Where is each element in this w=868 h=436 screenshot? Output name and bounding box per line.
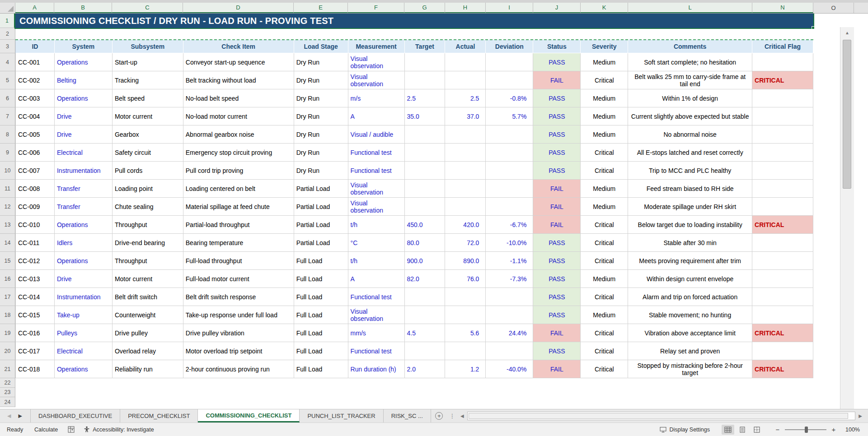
cell-target[interactable]: 900.0 (405, 252, 446, 270)
cell-critical_flag[interactable] (752, 288, 813, 306)
cell-system[interactable]: Instrumentation (55, 288, 113, 306)
cell-id[interactable]: CC-012 (16, 252, 55, 270)
zoom-level[interactable]: 100% (841, 427, 860, 433)
cell-comments[interactable]: Within design current envelope (628, 270, 752, 288)
cell-deviation[interactable] (486, 125, 533, 144)
cell-system[interactable]: Idlers (55, 234, 113, 252)
cell-load_stage[interactable]: Full Load (294, 252, 348, 270)
cell-system[interactable]: Operations (55, 89, 113, 107)
cell-check_item[interactable]: Loading centered on belt (183, 180, 294, 198)
cell-critical_flag[interactable]: CRITICAL (752, 216, 813, 234)
cell-severity[interactable]: Critical (581, 144, 628, 162)
column-letter-A[interactable]: A (15, 3, 54, 13)
row-number-11[interactable]: 11 (0, 180, 15, 198)
cell-deviation[interactable]: -0.8% (486, 89, 533, 107)
cell-deviation[interactable]: 24.4% (486, 324, 533, 342)
cell-critical_flag[interactable] (752, 234, 813, 252)
sheet-tab-commissioning-checklist[interactable]: COMMISSIONING_CHECKLIST (198, 409, 300, 422)
cell-id[interactable]: CC-008 (16, 180, 55, 198)
cell-comments[interactable]: Alarm and trip on forced actuation (628, 288, 752, 306)
cell-measurement[interactable]: Functional test (348, 144, 405, 162)
cell-subsystem[interactable]: Belt speed (113, 89, 183, 107)
cell-subsystem[interactable]: Start-up (113, 53, 183, 71)
cell-comments[interactable]: Stable after 30 min (628, 234, 752, 252)
cell-actual[interactable] (445, 71, 486, 89)
cell-system[interactable]: Drive (55, 270, 113, 288)
cell-measurement[interactable]: Visual observation (348, 306, 405, 324)
row-number-13[interactable]: 13 (0, 216, 15, 234)
cell-measurement[interactable]: m/s (348, 89, 405, 107)
cell-status[interactable]: PASS (533, 252, 581, 270)
cell-critical_flag[interactable] (752, 89, 813, 107)
cell-deviation[interactable] (486, 306, 533, 324)
cell-status[interactable]: PASS (533, 144, 581, 162)
cell-comments[interactable]: Feed stream biased to RH side (628, 180, 752, 198)
cell-actual[interactable]: 72.0 (445, 234, 486, 252)
cell-target[interactable] (405, 125, 446, 144)
cell-deviation[interactable] (486, 198, 533, 216)
row-number-9[interactable]: 9 (0, 144, 15, 162)
cell-measurement[interactable]: °C (348, 234, 405, 252)
cell-critical_flag[interactable] (752, 144, 813, 162)
cell-status[interactable]: FAIL (533, 198, 581, 216)
cell-comments[interactable]: Vibration above acceptance limit (628, 324, 752, 342)
cell-check_item[interactable]: Belt tracking without load (183, 71, 294, 89)
column-letter-F[interactable]: F (348, 3, 404, 13)
cell-measurement[interactable]: Visual observation (348, 180, 405, 198)
cell-id[interactable]: CC-001 (16, 53, 55, 71)
cell-deviation[interactable]: -40.0% (486, 360, 533, 378)
cell-actual[interactable] (445, 162, 486, 180)
row-number-18[interactable]: 18 (0, 306, 15, 324)
cell-actual[interactable] (445, 288, 486, 306)
cell-critical_flag[interactable] (752, 198, 813, 216)
cell-critical_flag[interactable]: CRITICAL (752, 71, 813, 89)
row-number-14[interactable]: 14 (0, 234, 15, 252)
cell-id[interactable]: CC-005 (16, 125, 55, 144)
calculation-sheet-icon[interactable] (68, 426, 75, 433)
cell-subsystem[interactable]: Belt drift switch (113, 288, 183, 306)
cell-system[interactable]: Drive (55, 107, 113, 125)
cell-comments[interactable]: Meets proving requirement after trim (628, 252, 752, 270)
row-number-3[interactable]: 3 (0, 40, 15, 53)
cell-actual[interactable] (445, 144, 486, 162)
cell-load_stage[interactable]: Full Load (294, 360, 348, 378)
zoom-slider[interactable] (785, 429, 826, 430)
cell-system[interactable]: Operations (55, 53, 113, 71)
cell-system[interactable]: Instrumentation (55, 162, 113, 180)
cell-comments[interactable]: Soft start complete; no hesitation (628, 53, 752, 71)
cell-measurement[interactable]: A (348, 107, 405, 125)
cell-target[interactable] (405, 306, 446, 324)
tab-overflow-icon[interactable]: ⋮ (447, 409, 457, 422)
cell-deviation[interactable] (486, 71, 533, 89)
cell-system[interactable]: Operations (55, 216, 113, 234)
add-sheet-button[interactable]: + (431, 409, 447, 422)
cell-severity[interactable]: Critical (581, 360, 628, 378)
sheet-tab-punch-list-tracker[interactable]: PUNCH_LIST_TRACKER (300, 409, 383, 422)
cell-check_item[interactable]: Motor overload trip setpoint (183, 342, 294, 360)
cell-status[interactable]: FAIL (533, 180, 581, 198)
cell-critical_flag[interactable] (752, 306, 813, 324)
vertical-scroll-thumb[interactable] (843, 40, 851, 189)
cell-severity[interactable]: Critical (581, 234, 628, 252)
row-number-19[interactable]: 19 (0, 324, 15, 342)
cell-critical_flag[interactable]: CRITICAL (752, 360, 813, 378)
cell-deviation[interactable]: -6.7% (486, 216, 533, 234)
cell-severity[interactable]: Medium (581, 270, 628, 288)
cell-subsystem[interactable]: Tracking (113, 71, 183, 89)
cell-id[interactable]: CC-017 (16, 342, 55, 360)
next-sheet-icon[interactable]: ▶ (18, 413, 22, 419)
sheet-tab-dashboard-executive[interactable]: DASHBOARD_EXECUTIVE (30, 409, 120, 422)
cell-id[interactable]: CC-013 (16, 270, 55, 288)
cell-deviation[interactable] (486, 342, 533, 360)
sheet-tab-precom-checklist[interactable]: PRECOM_CHECKLIST (120, 409, 198, 422)
cell-comments[interactable]: Relay set and proven (628, 342, 752, 360)
cell-target[interactable] (405, 342, 446, 360)
column-letter-D[interactable]: D (183, 3, 294, 13)
cell-id[interactable]: CC-011 (16, 234, 55, 252)
cell-comments[interactable]: Stable movement; no hunting (628, 306, 752, 324)
cell-comments[interactable]: Moderate spillage under RH skirt (628, 198, 752, 216)
row-number-24[interactable]: 24 (0, 397, 15, 407)
cell-target[interactable]: 4.5 (405, 324, 446, 342)
scroll-left-icon[interactable]: ◀ (459, 413, 465, 418)
vertical-scrollbar[interactable]: ▲ ▼ (840, 27, 854, 409)
